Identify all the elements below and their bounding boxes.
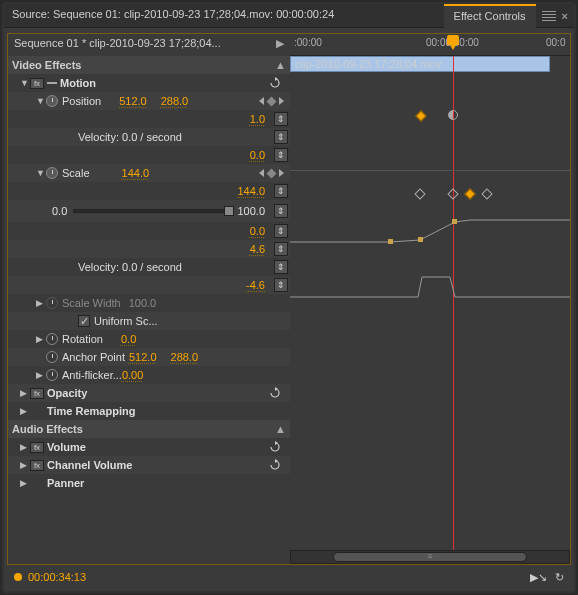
graph-scale-button[interactable]: ⇕ [274,278,288,292]
rotation-value[interactable]: 0.0 [121,333,136,345]
loop-icon[interactable]: ↻ [555,571,564,584]
next-keyframe-icon[interactable] [279,169,284,177]
twisty-closed-icon[interactable]: ▶ [20,460,30,470]
slider-thumb[interactable] [224,206,234,216]
source-tab[interactable]: Source: Sequence 01: clip-2010-09-23 17;… [4,4,444,28]
next-keyframe-icon[interactable] [279,97,284,105]
twisty-open-icon[interactable]: ▼ [36,96,46,106]
opacity-row[interactable]: ▶ fx Opacity [8,384,290,402]
fx-badge-icon[interactable]: fx [30,442,44,453]
anchor-row[interactable]: ▶ Anchor Point 512.0 288.0 [8,348,290,366]
time-remapping-row[interactable]: ▶ fx Time Remapping [8,402,290,420]
fx-bypass-icon[interactable] [47,80,57,86]
twisty-closed-icon[interactable]: ▶ [36,298,46,308]
position-x-value[interactable]: 512.0 [119,95,147,107]
anchor-x[interactable]: 512.0 [129,351,157,363]
graph-scale-button[interactable]: ⇕ [274,184,288,198]
timeline-scrollbar[interactable] [290,550,570,564]
reset-opacity-icon[interactable] [268,387,282,399]
graph-scale-button[interactable]: ⇕ [274,242,288,256]
graph-scale-button[interactable]: ⇕ [274,204,288,218]
stopwatch-icon[interactable] [46,369,58,381]
position-y-value[interactable]: 288.0 [161,95,189,107]
twisty-closed-icon[interactable]: ▶ [20,478,30,488]
add-keyframe-icon[interactable] [267,96,277,106]
timeline-pane[interactable]: :00:00 00:00:30:00 00:0 clip-2010-09-23 … [290,34,570,564]
twisty-closed-icon[interactable]: ▶ [20,406,30,416]
stopwatch-icon[interactable] [46,351,58,363]
anchor-y[interactable]: 288.0 [171,351,199,363]
scale-row[interactable]: ▼ Scale 144.0 [8,164,290,182]
graph-scale-button[interactable]: ⇕ [274,148,288,162]
audio-effects-header[interactable]: Audio Effects ▲ [8,420,290,438]
effect-controls-tab[interactable]: Effect Controls [444,4,536,28]
opacity-label: Opacity [47,387,87,399]
scale-slider[interactable] [73,209,231,213]
keyframe-graph[interactable] [290,72,570,548]
scale-graph-max[interactable]: 144.0 [237,185,265,197]
panner-row[interactable]: ▶ fx Panner [8,474,290,492]
keyframe-diamond[interactable] [447,188,458,199]
collapse-icon[interactable]: ▲ [275,59,286,71]
position-graph-min[interactable]: 0.0 [250,149,265,161]
stopwatch-icon[interactable] [46,167,58,179]
clip-bar[interactable]: clip-2010-09-23 17;28;04.mov [290,56,550,72]
slider-max: 100.0 [237,205,265,217]
rotation-row[interactable]: ▶ Rotation 0.0 [8,330,290,348]
channel-volume-row[interactable]: ▶ fx Channel Volume [8,456,290,474]
panel-menu-icon[interactable] [542,11,556,21]
time-ruler[interactable]: :00:00 00:00:30:00 00:0 [290,34,570,56]
fx-badge-icon[interactable]: fx [30,388,44,399]
scrollbar-thumb[interactable] [333,552,528,562]
twisty-open-icon[interactable]: ▼ [36,168,46,178]
prev-keyframe-icon[interactable] [259,97,264,105]
scale-width-row[interactable]: ▶ Scale Width 100.0 [8,294,290,312]
antiflicker-value[interactable]: 0.00 [122,369,143,381]
position-label: Position [62,95,101,107]
scale-graph-min[interactable]: 0.0 [250,225,265,237]
prev-keyframe-icon[interactable] [259,169,264,177]
fx-badge-icon[interactable]: fx [30,78,44,89]
collapse-icon[interactable]: ▲ [275,423,286,435]
scale-width-label: Scale Width [62,297,121,309]
current-timecode[interactable]: 00:00:34:13 [28,571,86,583]
play-only-icon[interactable]: ▶↘ [530,571,547,584]
volume-row[interactable]: ▶ fx Volume [8,438,290,456]
graph-scale-button[interactable]: ⇕ [274,260,288,274]
twisty-closed-icon[interactable]: ▶ [36,370,46,380]
reset-volume-icon[interactable] [268,441,282,453]
stopwatch-icon[interactable] [46,333,58,345]
scale-vel-max[interactable]: 4.6 [250,243,265,255]
scale-vel-min[interactable]: -4.6 [246,279,265,291]
position-velocity-row: Velocity: 0.0 / second ⇕ [8,128,290,146]
video-effects-header[interactable]: Video Effects ▲ [8,56,290,74]
graph-scale-button[interactable]: ⇕ [274,130,288,144]
uniform-scale-row[interactable]: ✓ Uniform Sc... [8,312,290,330]
keyframe-diamond[interactable] [415,110,426,121]
position-graph-max[interactable]: 1.0 [250,113,265,125]
twisty-closed-icon[interactable]: ▶ [20,388,30,398]
reset-channel-volume-icon[interactable] [268,459,282,471]
scale-value[interactable]: 144.0 [122,167,150,179]
stopwatch-icon[interactable] [46,95,58,107]
add-keyframe-icon[interactable] [267,168,277,178]
chevron-right-icon[interactable]: ▶ [276,37,284,50]
reset-motion-icon[interactable] [268,77,282,89]
fx-badge-icon[interactable]: fx [30,460,44,471]
scale-value-graph [290,202,570,262]
twisty-open-icon[interactable]: ▼ [20,78,30,88]
playhead-marker[interactable] [447,35,459,45]
keyframe-diamond[interactable] [481,188,492,199]
keyframe-hold-icon[interactable] [448,110,458,120]
twisty-closed-icon[interactable]: ▶ [20,442,30,452]
graph-scale-button[interactable]: ⇕ [274,224,288,238]
keyframe-diamond[interactable] [414,188,425,199]
graph-scale-button[interactable]: ⇕ [274,112,288,126]
position-row[interactable]: ▼ Position 512.0 288.0 [8,92,290,110]
keyframe-diamond[interactable] [464,188,475,199]
antiflicker-row[interactable]: ▶ Anti-flicker... 0.00 [8,366,290,384]
close-panel-icon[interactable]: × [562,10,568,22]
motion-effect-row[interactable]: ▼ fx Motion [8,74,290,92]
twisty-closed-icon[interactable]: ▶ [36,334,46,344]
uniform-scale-checkbox[interactable]: ✓ [78,315,90,327]
